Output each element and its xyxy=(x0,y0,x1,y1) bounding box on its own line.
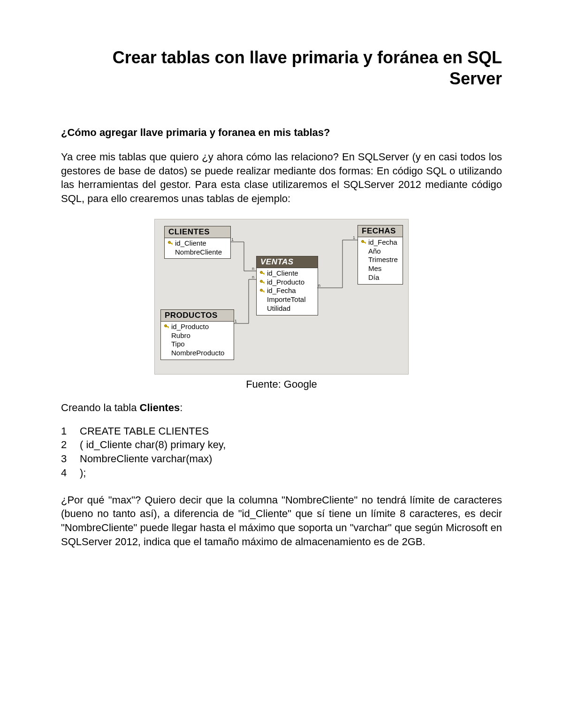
entity-clientes: CLIENTES id_Cliente NombreCliente xyxy=(164,226,231,259)
key-icon xyxy=(167,240,173,246)
key-icon xyxy=(259,279,265,285)
figure-caption: Fuente: Google xyxy=(246,378,317,390)
col-label: Año xyxy=(368,247,381,256)
key-icon xyxy=(164,324,169,330)
col-label: id_Producto xyxy=(267,278,304,287)
code-text: ( id_Cliente char(8) primary key, xyxy=(80,438,226,452)
er-diagram: CLIENTES id_Cliente NombreCliente VENTAS… xyxy=(154,219,409,375)
er-diagram-figure: CLIENTES id_Cliente NombreCliente VENTAS… xyxy=(61,219,502,390)
cardinality-one: 1 xyxy=(353,235,355,240)
col-label: Rubro xyxy=(171,331,190,340)
code-line: 4); xyxy=(61,466,502,480)
creating-bold: Clientes xyxy=(140,402,180,413)
svg-rect-11 xyxy=(264,291,265,293)
key-icon xyxy=(259,270,265,276)
svg-rect-17 xyxy=(168,326,169,328)
entity-ventas: VENTAS id_Cliente id_Producto id_Fecha I… xyxy=(256,256,318,315)
page-title: Crear tablas con llave primaria y foráne… xyxy=(61,47,502,89)
entity-productos-header: PRODUCTOS xyxy=(161,310,234,322)
line-number: 1 xyxy=(61,424,69,438)
sql-code-block: 1CREATE TABLE CLIENTES 2( id_Cliente cha… xyxy=(61,424,502,480)
key-icon xyxy=(361,240,366,245)
svg-rect-8 xyxy=(264,282,265,284)
cardinality-one: 1 xyxy=(231,237,234,242)
document-page: Crear tablas con llave primaria y foráne… xyxy=(0,0,563,728)
col-label: NombreCliente xyxy=(175,248,222,257)
entity-productos-columns: id_Producto Rubro Tipo NombreProducto xyxy=(161,322,234,360)
entity-productos: PRODUCTOS id_Producto Rubro Tipo NombreP… xyxy=(160,309,234,360)
col-label: id_Cliente xyxy=(267,269,298,278)
svg-rect-5 xyxy=(264,273,265,275)
creating-suffix: : xyxy=(180,402,183,413)
section-heading: ¿Cómo agregar llave primaria y foranea e… xyxy=(61,127,502,139)
entity-clientes-columns: id_Cliente NombreCliente xyxy=(165,238,230,259)
svg-rect-2 xyxy=(172,243,173,245)
entity-fechas: FECHAS id_Fecha Año Trimestre Mes Día xyxy=(358,225,403,285)
entity-fechas-columns: id_Fecha Año Trimestre Mes Día xyxy=(358,237,403,284)
explanation-paragraph: ¿Por qué "max"? Quiero decir que la colu… xyxy=(61,493,502,549)
entity-ventas-header: VENTAS xyxy=(257,256,318,268)
entity-ventas-columns: id_Cliente id_Producto id_Fecha ImporteT… xyxy=(257,268,318,315)
code-text: NombreCliente varchar(max) xyxy=(80,452,212,466)
col-label: Utilidad xyxy=(267,304,290,313)
entity-clientes-header: CLIENTES xyxy=(165,226,230,238)
col-label: id_Producto xyxy=(171,323,209,331)
col-label: NombreProducto xyxy=(171,349,224,358)
code-line: 2( id_Cliente char(8) primary key, xyxy=(61,438,502,452)
key-icon xyxy=(259,288,265,294)
code-line: 3NombreCliente varchar(max) xyxy=(61,452,502,466)
col-label: Mes xyxy=(368,264,381,273)
cardinality-one: 1 xyxy=(235,319,237,323)
intro-paragraph: Ya cree mis tablas que quiero ¿y ahora c… xyxy=(61,150,502,206)
entity-fechas-header: FECHAS xyxy=(358,225,403,237)
col-label: ImporteTotal xyxy=(267,295,306,304)
creating-table-line: Creando la tabla Clientes: xyxy=(61,402,502,414)
col-label: id_Fecha xyxy=(368,238,397,247)
col-label: Tipo xyxy=(171,340,185,349)
creating-prefix: Creando la tabla xyxy=(61,402,140,413)
code-text: CREATE TABLE CLIENTES xyxy=(80,424,209,438)
cardinality-many: n xyxy=(252,266,254,271)
line-number: 2 xyxy=(61,438,69,452)
line-number: 3 xyxy=(61,452,69,466)
col-label: id_Cliente xyxy=(175,239,206,248)
col-label: Trimestre xyxy=(368,255,398,264)
cardinality-many: n xyxy=(252,275,254,279)
cardinality-many: n xyxy=(318,283,320,288)
col-label: Día xyxy=(368,273,379,282)
code-text: ); xyxy=(80,466,86,480)
line-number: 4 xyxy=(61,466,69,480)
svg-rect-14 xyxy=(365,242,366,244)
col-label: id_Fecha xyxy=(267,286,296,295)
code-line: 1CREATE TABLE CLIENTES xyxy=(61,424,502,438)
